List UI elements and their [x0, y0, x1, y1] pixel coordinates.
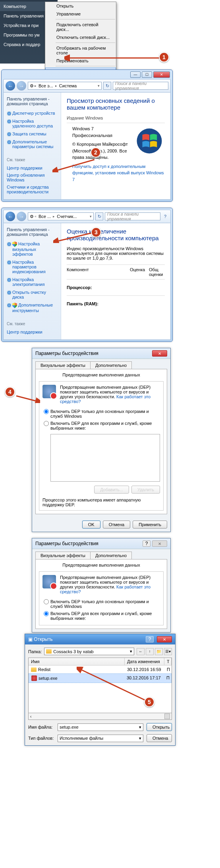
callout-badge-1: 1 [159, 52, 169, 62]
nav-forward-button[interactable]: → [17, 81, 26, 91]
radio-input[interactable] [44, 421, 49, 426]
close-button[interactable]: ✕ [153, 71, 170, 78]
folder-label: Папка: [28, 649, 42, 654]
dep-exceptions-list[interactable] [50, 434, 160, 482]
dep-radio-essential[interactable]: Включить DEP только для основных програм… [42, 408, 160, 420]
chevron-down-icon[interactable]: ▾ [130, 649, 132, 654]
refresh-button[interactable]: ↻ [103, 82, 111, 90]
sidebar-link-power[interactable]: Настройка электропитания [7, 276, 58, 288]
ctx-map-drive[interactable]: Подключить сетевой диск... [45, 21, 116, 33]
add-button[interactable]: Добавить... [94, 486, 129, 494]
cancel-button[interactable]: Отмена [147, 734, 172, 742]
shield-icon [12, 241, 17, 247]
nav-back-button[interactable]: ← [6, 212, 15, 221]
breadcrumb-bar[interactable]: ⚙ « Все ... ▸ Счетчик... ▾ [28, 212, 94, 220]
chevron-down-icon[interactable]: ▾ [90, 214, 92, 218]
windows-logo-icon [135, 127, 163, 155]
hscroll-hint[interactable]: ‹ [30, 714, 31, 719]
ctx-open[interactable]: Открыть [45, 2, 116, 10]
breadcrumb-segment[interactable]: Все ... [37, 214, 52, 219]
breadcrumb-bar[interactable]: ⚙ ▸ Все э... ▸ Система ▾ [28, 82, 102, 90]
radio-input[interactable] [44, 409, 49, 414]
dialog-title: Параметры быстродействия [35, 351, 98, 356]
col-name[interactable]: Имя [29, 658, 125, 665]
sidebar-link-remote[interactable]: Настройка удаленного доступа [7, 117, 58, 130]
chevron-left-icon: « [35, 214, 37, 218]
filename-input[interactable]: setup.exe▾ [58, 723, 143, 731]
tab-visual-effects[interactable]: Визуальные эффекты [35, 361, 91, 369]
back-tool[interactable]: ← [137, 648, 145, 655]
refresh-button[interactable]: ↻ [95, 212, 103, 220]
help-icon[interactable]: ? [162, 214, 168, 219]
apply-button[interactable]: Применить [133, 521, 167, 529]
radio-input[interactable] [44, 599, 49, 604]
help-button[interactable]: ? [143, 540, 151, 547]
sidebar-link-cleanup[interactable]: Открыть очистку диска [7, 288, 58, 301]
separator [56, 42, 115, 43]
chevron-down-icon[interactable]: ▾ [139, 736, 141, 741]
open-button[interactable]: Открыть [147, 723, 172, 731]
separator [56, 19, 115, 19]
system-window: — ☐ ✕ ← → ⚙ ▸ Все э... ▸ Система ▾ ↻ Пои… [1, 69, 173, 202]
main-content: Просмотр основных сведений о вашем компь… [61, 93, 170, 199]
remove-button: Удалить [131, 486, 160, 494]
nav-forward-button[interactable]: → [17, 212, 26, 221]
dep-radio-all[interactable]: Включить DEP для всех программ и служб, … [42, 420, 160, 432]
see-also-winupdate[interactable]: Центр обновления Windows [7, 172, 58, 183]
see-also-perfinfo[interactable]: Счетчики и средства производительности [7, 183, 58, 195]
see-also-actioncenter[interactable]: Центр поддержки [7, 164, 58, 172]
sidebar-link-indexing[interactable]: Настройка параметров индексирования [7, 258, 58, 276]
sidebar-link-visualfx[interactable]: Настройка визуальных эффектов [7, 240, 58, 258]
chevron-down-icon[interactable]: ▾ [139, 725, 141, 730]
sidebar-link-protection[interactable]: Защита системы [7, 130, 58, 138]
dep-shield-icon [42, 575, 56, 588]
close-button[interactable]: ✕ [152, 540, 167, 547]
ok-button[interactable]: OK [82, 521, 100, 529]
col-type[interactable]: Т [164, 658, 172, 665]
radio-input[interactable] [44, 611, 49, 616]
row-processor: Процессор: [67, 282, 165, 293]
filetype-combo[interactable]: Исполняемые файлы▾ [58, 735, 143, 742]
svg-line-2 [56, 160, 95, 171]
sidebar-heading[interactable]: Панель управления - домашняя страница [7, 227, 58, 237]
maximize-button[interactable]: ☐ [142, 71, 152, 78]
ctx-unmap-drive[interactable]: Отключить сетевой диск... [45, 33, 116, 41]
minimize-button[interactable]: — [130, 71, 141, 78]
svg-line-4 [16, 396, 38, 401]
callout-arrow [53, 231, 93, 243]
cancel-button[interactable]: Отмена [103, 521, 130, 529]
tab-advanced[interactable]: Дополнительно [90, 361, 132, 369]
view-tool[interactable]: ☰▾ [164, 648, 172, 655]
breadcrumb-segment[interactable]: Система [58, 83, 78, 88]
dep-radio-essential[interactable]: Включить DEP только для основных програм… [42, 598, 160, 610]
sidebar-heading[interactable]: Панель управления - домашняя страница [7, 96, 58, 106]
sidebar-link-tools[interactable]: Дополнительные инструменты [7, 301, 58, 314]
callout-arrow [64, 54, 160, 62]
close-button[interactable]: ✕ [152, 350, 167, 357]
tab-dep-label: Предотвращение выполнения данных [39, 372, 164, 377]
row-memory: Память (RAM): [67, 298, 165, 309]
newfolder-tool[interactable]: 📁 [155, 648, 163, 655]
see-also-actioncenter[interactable]: Центр поддержки [7, 328, 58, 336]
sidebar-link-devmgr[interactable]: Диспетчер устройств [7, 109, 58, 117]
folder-combo[interactable]: Cossacks 3 by xatab▾ [44, 648, 134, 655]
tab-advanced[interactable]: Дополнительно [90, 552, 132, 559]
callout-badge-2: 2 [91, 147, 101, 158]
up-tool[interactable]: ↑ [146, 648, 154, 655]
help-button[interactable]: ? [146, 636, 154, 642]
nav-back-button[interactable]: ← [6, 81, 15, 91]
chevron-down-icon[interactable]: ▾ [98, 84, 100, 88]
sidebar-link-advanced[interactable]: Дополнительные параметры системы [7, 138, 58, 150]
search-input[interactable]: Поиск в панели управления [105, 212, 160, 220]
breadcrumb-segment[interactable]: Счетчик... [56, 214, 78, 219]
tab-visual-effects[interactable]: Визуальные эффекты [35, 552, 91, 559]
dep-radio-all[interactable]: Включить DEP для всех программ и служб, … [42, 610, 160, 622]
filename-label: Имя файла: [28, 725, 54, 729]
scroll-grip[interactable] [164, 714, 170, 719]
dep-description: Предотвращение выполнения данных (DEP) п… [60, 385, 160, 404]
col-date[interactable]: Дата изменения [125, 658, 164, 665]
search-input[interactable]: Поиск в панели управления [113, 82, 168, 90]
ctx-manage[interactable]: Управление [45, 10, 116, 18]
close-button[interactable]: ✕ [157, 636, 172, 642]
breadcrumb-segment[interactable]: Все э... [37, 83, 54, 88]
